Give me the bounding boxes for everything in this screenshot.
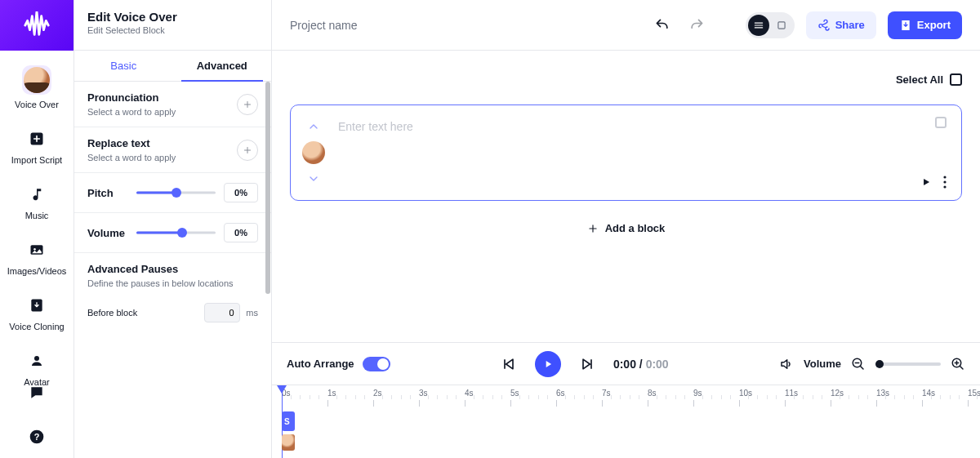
panel-tabs: Basic Advanced [74,51,271,82]
skip-back-icon [501,356,517,372]
section-volume: Volume 0% [74,213,271,253]
ruler-tick: 11s [785,389,798,398]
select-all-label: Select All [896,73,943,86]
panel-title: Edit Voice Over [87,10,258,24]
download-file-icon [25,294,48,317]
ruler-tick: 12s [831,389,844,398]
timeline-clip-avatar[interactable] [282,434,295,451]
block-select-checkbox[interactable] [935,117,947,128]
zoom-slider[interactable] [875,362,941,366]
ruler-tick: 7s [602,389,611,398]
skip-back-button[interactable] [501,356,517,372]
skip-forward-button[interactable] [579,356,595,372]
auto-arrange-toggle[interactable] [363,357,390,371]
sidebar-item-chat[interactable] [25,381,48,404]
svg-point-9 [943,176,946,178]
slider-label: Pitch [87,187,128,199]
svg-text:?: ? [34,432,40,442]
add-pronunciation-button[interactable] [237,94,258,115]
tab-advanced[interactable]: Advanced [173,51,272,81]
skip-forward-icon [579,356,595,372]
timeline-clip[interactable]: S [282,411,295,431]
add-block-button[interactable]: Add a block [574,216,679,241]
panel-subtitle: Edit Selected Block [87,25,258,35]
view-mode-b[interactable] [771,15,792,36]
pause-label: Before block [87,308,137,318]
zoom-in-button[interactable] [951,357,965,371]
sidebar-item-import-script[interactable]: Import Script [11,127,62,165]
volume-icon-button[interactable] [779,357,794,371]
project-name-input[interactable]: Project name [290,19,639,32]
section-subtitle: Select a word to apply [87,107,176,117]
export-label: Export [917,19,951,31]
unit-label: ms [246,308,258,318]
sidebar-item-label: Voice Cloning [9,322,64,331]
sidebar-item-images-videos[interactable]: Images/Videos [7,238,67,276]
main-area: Project name Share Export Select All [272,0,980,458]
pitch-value[interactable]: 0% [224,183,258,202]
add-block-label: Add a block [605,222,666,234]
section-pitch: Pitch 0% [74,173,271,213]
view-mode-a[interactable] [748,15,769,36]
ruler-tick: 6s [556,389,565,398]
ruler-tick: 1s [327,389,336,398]
time-display: 0:00 / 0:00 [613,358,669,371]
section-pronunciation: Pronunciation Select a word to apply [74,82,271,127]
ruler-tick: 2s [373,389,382,398]
voice-block[interactable]: Enter text here [290,104,962,201]
speaker-icon [779,357,794,371]
block-move-up[interactable] [307,120,320,133]
tab-basic[interactable]: Basic [74,51,173,81]
svg-rect-8 [778,21,785,28]
volume-slider[interactable] [136,225,216,241]
sidebar-item-music[interactable]: Music [25,183,49,220]
ruler-tick: 8s [648,389,657,398]
scrollbar-thumb[interactable] [265,82,270,294]
play-icon [920,176,932,188]
transport-bar: Auto Arrange 0:00 / 0:00 Volume [272,342,980,385]
export-button[interactable]: Export [888,11,962,39]
editor-canvas: Select All Enter text here [272,51,980,342]
svg-point-11 [943,185,946,188]
left-rail: Voice Over Import Script Music Images/Vi… [0,0,74,458]
block-text-input[interactable]: Enter text here [333,117,902,189]
before-block-row: Before block ms [74,298,271,332]
pitch-slider[interactable] [136,185,216,201]
card-icon [776,20,787,31]
topbar: Project name Share Export [272,0,980,51]
block-move-down[interactable] [307,172,320,185]
app-logo[interactable] [0,0,74,51]
plus-icon [587,223,599,234]
redo-button[interactable] [685,14,708,37]
zoom-in-icon [951,357,965,371]
waveform-icon [23,11,51,39]
block-play-button[interactable] [920,176,932,188]
lines-icon [753,20,764,31]
svg-point-10 [943,180,946,183]
section-subtitle: Select a word to apply [87,153,176,162]
svg-point-3 [33,248,36,251]
block-more-button[interactable] [943,176,947,189]
zoom-out-button[interactable] [851,357,866,371]
before-block-input[interactable] [204,303,240,322]
redo-icon [688,17,705,33]
section-replace-text: Replace text Select a word to apply [74,127,271,173]
volume-value[interactable]: 0% [224,223,258,242]
timeline[interactable]: 0s1s2s3s4s5s6s7s8s9s10s11s12s13s14s15s16… [272,385,980,458]
sidebar-item-help[interactable]: ? [25,425,48,448]
music-note-icon [25,183,48,206]
ruler-tick: 15s [968,389,980,398]
checkbox-icon [950,73,962,86]
block-voice-avatar[interactable] [302,141,325,164]
play-button[interactable] [535,351,561,377]
select-all-toggle[interactable]: Select All [896,73,962,86]
chevron-up-icon [307,120,320,133]
add-replace-button[interactable] [237,140,258,161]
sidebar-item-voice-over[interactable]: Voice Over [15,65,59,109]
share-button[interactable]: Share [806,11,876,39]
sidebar-item-voice-cloning[interactable]: Voice Cloning [9,294,64,331]
view-mode-toggle[interactable] [746,12,795,38]
undo-button[interactable] [651,14,674,37]
panel-header: Edit Voice Over Edit Selected Block [74,0,271,51]
gallery-icon [25,238,48,261]
